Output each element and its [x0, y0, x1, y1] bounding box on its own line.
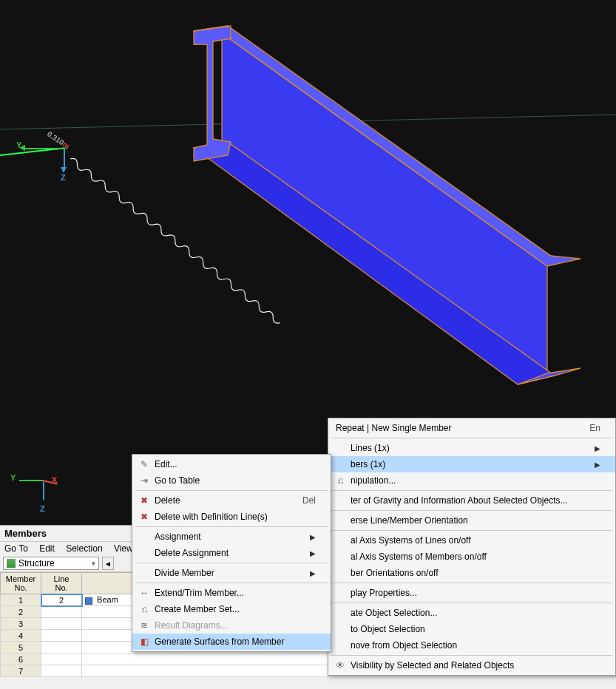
context-menu-member[interactable]: ✎Edit...⇥Go to Table✖DeleteDel✖Delete wi…: [132, 454, 331, 652]
ctx-item[interactable]: ter of Gravity and Information About Sel…: [328, 492, 615, 509]
ctx-item[interactable]: nove from Object Selection: [328, 637, 615, 654]
ctx-item[interactable]: play Properties...: [328, 585, 615, 601]
structure-icon: [7, 559, 16, 568]
ctx-item[interactable]: ⇥Go to Table: [132, 472, 331, 489]
ctx-item[interactable]: ✖Delete with Definition Line(s): [132, 509, 331, 525]
ctx-item: ≋Result Diagrams...: [132, 617, 331, 634]
ctx-item[interactable]: ber Orientations on/off: [328, 565, 615, 581]
ctx-item[interactable]: erse Line/Member Orientation: [328, 512, 615, 529]
menu-view[interactable]: View: [114, 543, 133, 554]
ctx-item[interactable]: Delete Assignment▶: [132, 545, 331, 561]
nav-prev-button[interactable]: ◄: [102, 557, 114, 570]
context-menu-extended[interactable]: Repeat | New Single Member En Lines (1x)…: [328, 418, 616, 676]
menu-icon: ⇥: [137, 475, 152, 486]
menu-icon: 👁: [333, 660, 348, 671]
menu-go-to[interactable]: Go To: [4, 543, 28, 554]
chevron-right-icon: ▶: [310, 549, 316, 557]
ctx-item[interactable]: bers (1x)▶: [328, 456, 615, 472]
col-member-no[interactable]: MemberNo.: [1, 573, 41, 594]
chevron-right-icon: ▶: [595, 444, 600, 452]
ctx-item[interactable]: ◧Generate Surfaces from Member: [132, 634, 331, 650]
chevron-right-icon: ▶: [310, 569, 316, 577]
menu-icon: ◧: [137, 637, 152, 647]
menu-icon: ✎: [137, 459, 152, 469]
ctx-item[interactable]: to Object Selection: [328, 621, 615, 637]
ctx-item[interactable]: ✖DeleteDel: [132, 492, 331, 509]
ctx-item[interactable]: Lines (1x)▶: [328, 440, 615, 456]
menu-selection[interactable]: Selection: [66, 543, 102, 554]
ctx-item[interactable]: Divide Member▶: [132, 565, 331, 581]
menu-edit[interactable]: Edit: [39, 543, 55, 554]
ctx-item[interactable]: ⎌Create Member Set...: [132, 601, 331, 617]
structure-combo[interactable]: Structure ▾: [3, 557, 99, 570]
col-line-no[interactable]: LineNo.: [41, 573, 82, 594]
chevron-right-icon: ▶: [595, 461, 600, 469]
ctx-item[interactable]: ate Object Selection...: [328, 605, 615, 621]
menu-icon: ✖: [137, 512, 152, 522]
menu-icon: ↔: [137, 588, 152, 598]
chevron-right-icon: ▶: [310, 533, 316, 541]
chevron-down-icon: ▾: [92, 560, 95, 567]
menu-icon: ✖: [137, 495, 152, 506]
ctx-item[interactable]: ⎌nipulation...: [328, 472, 615, 489]
ctx-item[interactable]: ↔Extend/Trim Member...: [132, 585, 331, 601]
menu-icon: ≋: [137, 620, 152, 631]
menu-icon: ⎌: [137, 604, 152, 614]
ctx2-repeat[interactable]: Repeat | New Single Member En: [328, 420, 615, 436]
menu-icon: ⎌: [333, 475, 348, 486]
ctx-item[interactable]: Assignment▶: [132, 529, 331, 545]
ctx-item[interactable]: al Axis Systems of Members on/off: [328, 549, 615, 565]
ctx-item[interactable]: al Axis Systems of Lines on/off: [328, 532, 615, 549]
ctx-item[interactable]: 👁Visibility by Selected and Related Obje…: [328, 657, 615, 673]
ctx-item[interactable]: ✎Edit...: [132, 456, 331, 472]
